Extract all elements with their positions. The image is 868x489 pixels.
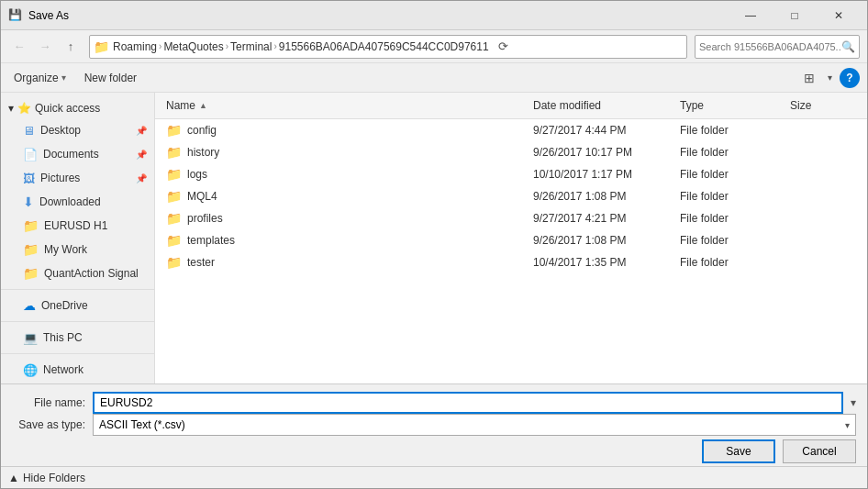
col-header-name[interactable]: Name ▲ bbox=[162, 93, 529, 118]
crumb-sep-2: › bbox=[226, 41, 228, 51]
view-toggle-button[interactable]: ⊞ bbox=[798, 67, 820, 89]
save-label: Save bbox=[726, 445, 751, 458]
table-row[interactable]: 📁logs 10/10/2017 1:17 PM File folder bbox=[155, 163, 867, 185]
hide-folders-button[interactable]: ▲ Hide Folders bbox=[8, 472, 85, 484]
sidebar-item-mywork[interactable]: 📁 My Work bbox=[1, 238, 154, 261]
crumb-id[interactable]: 915566BA06ADA407569C544CC0D97611 bbox=[279, 40, 489, 53]
folder-icon: 📁 bbox=[166, 189, 182, 204]
close-button[interactable]: ✕ bbox=[818, 1, 860, 30]
minimize-button[interactable]: — bbox=[729, 1, 772, 30]
back-button[interactable]: ← bbox=[8, 36, 30, 58]
sidebar-item-network[interactable]: 🌐 Network bbox=[1, 358, 154, 382]
quantaction-folder-icon: 📁 bbox=[23, 266, 39, 281]
sidebar-item-downloaded[interactable]: ⬇ Downloaded bbox=[1, 190, 154, 214]
forward-button[interactable]: → bbox=[34, 36, 56, 58]
pictures-icon: 🖼 bbox=[23, 172, 35, 185]
sidebar-item-documents[interactable]: 📄 Documents 📌 bbox=[1, 142, 154, 166]
file-date: 9/26/2017 1:08 PM bbox=[529, 190, 676, 203]
col-header-size[interactable]: Size bbox=[786, 93, 860, 118]
sidebar-item-pictures[interactable]: 🖼 Pictures 📌 bbox=[1, 166, 154, 190]
new-folder-label: New folder bbox=[84, 72, 137, 84]
search-input[interactable] bbox=[699, 41, 841, 52]
organize-chevron-icon: ▾ bbox=[61, 72, 66, 83]
file-list: Name ▲ Date modified Type Size 📁config 9… bbox=[155, 93, 867, 383]
sidebar-item-desktop[interactable]: 🖥 Desktop 📌 bbox=[1, 118, 154, 142]
crumb-metaquotes[interactable]: MetaQuotes bbox=[163, 40, 223, 53]
table-row[interactable]: 📁tester 10/4/2017 1:35 PM File folder bbox=[155, 251, 867, 273]
mywork-label: My Work bbox=[44, 243, 87, 256]
desktop-label: Desktop bbox=[40, 124, 81, 137]
help-button[interactable]: ? bbox=[840, 68, 860, 88]
folder-icon: 📁 bbox=[166, 167, 182, 182]
quick-access-arrow-icon: ▾ bbox=[8, 102, 14, 115]
sidebar-item-quantaction[interactable]: 📁 QuantAction Signal bbox=[1, 261, 154, 285]
file-type: File folder bbox=[676, 234, 786, 247]
table-row[interactable]: 📁MQL4 9/26/2017 1:08 PM File folder bbox=[155, 185, 867, 207]
view-chevron-icon: ▾ bbox=[828, 72, 832, 83]
file-type: File folder bbox=[676, 146, 786, 159]
file-name: history bbox=[187, 146, 219, 159]
file-name: templates bbox=[187, 234, 235, 247]
quick-access-header[interactable]: ▾ ⭐ Quick access bbox=[1, 96, 154, 118]
file-type: File folder bbox=[676, 212, 786, 225]
maximize-button[interactable]: □ bbox=[773, 1, 816, 30]
up-button[interactable]: ↑ bbox=[60, 36, 82, 58]
quick-access-text: Quick access bbox=[35, 102, 100, 115]
window-icon: 💾 bbox=[8, 8, 23, 23]
file-list-header: Name ▲ Date modified Type Size bbox=[155, 93, 867, 119]
documents-icon: 📄 bbox=[23, 148, 38, 161]
col-type-label: Type bbox=[680, 99, 704, 112]
address-refresh-button[interactable]: ⟳ bbox=[493, 36, 515, 58]
crumb-terminal[interactable]: Terminal bbox=[230, 40, 272, 53]
desktop-icon: 🖥 bbox=[23, 124, 35, 138]
sidebar-item-onedrive[interactable]: ☁ OneDrive bbox=[1, 294, 154, 317]
pictures-label: Pictures bbox=[40, 172, 80, 184]
crumb-roaming[interactable]: Roaming bbox=[113, 40, 157, 53]
file-type: File folder bbox=[676, 124, 786, 137]
savetype-label: Save as type: bbox=[12, 418, 85, 431]
file-name: config bbox=[187, 124, 217, 137]
eurusd-folder-icon: 📁 bbox=[23, 218, 39, 233]
file-type: File folder bbox=[676, 168, 786, 181]
save-button[interactable]: Save bbox=[702, 439, 775, 463]
quick-access-label: ⭐ bbox=[17, 102, 31, 115]
quantaction-label: QuantAction Signal bbox=[44, 267, 139, 280]
sort-arrow-icon: ▲ bbox=[199, 101, 207, 110]
sidebar-item-eurusd[interactable]: 📁 EURUSD H1 bbox=[1, 214, 154, 238]
pictures-pin-icon: 📌 bbox=[136, 173, 147, 183]
savetype-select[interactable]: ASCII Text (*.csv) ▾ bbox=[93, 414, 856, 436]
table-row[interactable]: 📁history 9/26/2017 10:17 PM File folder bbox=[155, 141, 867, 163]
network-label: Network bbox=[43, 363, 83, 376]
col-header-date[interactable]: Date modified bbox=[529, 93, 676, 118]
file-name: MQL4 bbox=[187, 190, 217, 203]
toolbar: ← → ↑ 📁 Roaming › MetaQuotes › Terminal … bbox=[1, 30, 867, 63]
desktop-pin-icon: 📌 bbox=[136, 126, 147, 136]
search-box[interactable]: 🔍 bbox=[695, 35, 860, 59]
table-row[interactable]: 📁config 9/27/2017 4:44 PM File folder bbox=[155, 119, 867, 141]
folder-icon: 📁 bbox=[166, 145, 182, 160]
sidebar-item-thispc[interactable]: 💻 This PC bbox=[1, 326, 154, 350]
new-folder-button[interactable]: New folder bbox=[79, 67, 142, 89]
file-name: logs bbox=[187, 168, 207, 181]
col-header-type[interactable]: Type bbox=[676, 93, 786, 118]
folder-icon: 📁 bbox=[166, 211, 182, 226]
sidebar-divider-1 bbox=[1, 289, 154, 290]
address-bar: 📁 Roaming › MetaQuotes › Terminal › 9155… bbox=[89, 35, 687, 59]
col-date-label: Date modified bbox=[533, 99, 601, 112]
table-row[interactable]: 📁templates 9/26/2017 1:08 PM File folder bbox=[155, 229, 867, 251]
folder-icon: 📁 bbox=[166, 233, 182, 248]
bottom-bar: File name: ▾ Save as type: ASCII Text (*… bbox=[1, 383, 867, 466]
file-date: 9/27/2017 4:44 PM bbox=[529, 124, 676, 137]
hide-folders-arrow-icon: ▲ bbox=[8, 472, 19, 484]
organize-label: Organize bbox=[14, 72, 59, 84]
filename-dropdown-icon[interactable]: ▾ bbox=[851, 396, 856, 409]
filename-input[interactable] bbox=[93, 392, 843, 414]
table-row[interactable]: 📁profiles 9/27/2017 4:21 PM File folder bbox=[155, 207, 867, 229]
crumb-sep-1: › bbox=[159, 41, 161, 51]
organize-button[interactable]: Organize ▾ bbox=[8, 67, 72, 89]
savetype-value: ASCII Text (*.csv) bbox=[99, 418, 185, 431]
address-crumbs[interactable]: Roaming › MetaQuotes › Terminal › 915566… bbox=[113, 40, 489, 53]
cancel-button[interactable]: Cancel bbox=[783, 439, 856, 463]
network-icon: 🌐 bbox=[23, 363, 38, 377]
file-name: profiles bbox=[187, 212, 223, 225]
